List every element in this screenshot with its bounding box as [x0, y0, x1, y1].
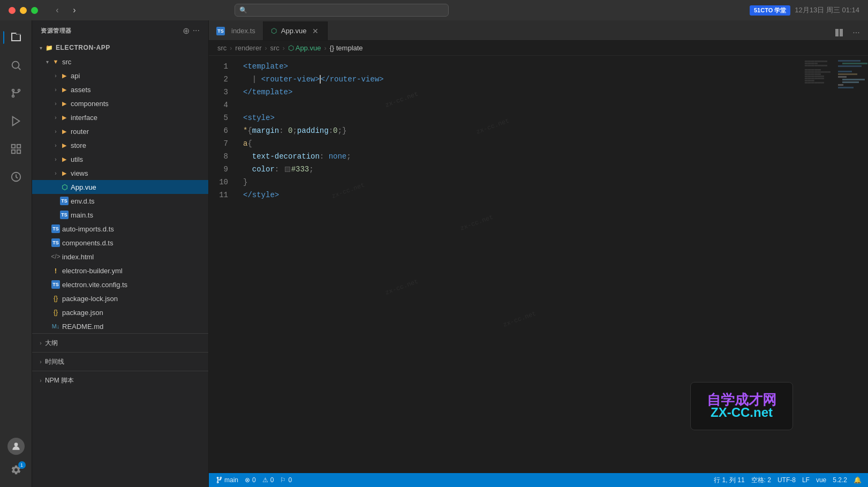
tree-label-interface: interface	[71, 114, 97, 122]
line-ending[interactable]: LF	[802, 476, 810, 484]
run-icon	[9, 114, 24, 129]
code-line-9: color: #333;	[243, 163, 836, 176]
tree-item-package-json[interactable]: {} package.json	[32, 305, 208, 319]
search-bar[interactable]: 🔍 electron-app	[235, 4, 449, 17]
section-header-npm[interactable]: NPM 脚本	[32, 373, 208, 387]
tree-item-assets[interactable]: ▶ assets	[32, 83, 208, 96]
tab-app-vue[interactable]: ⬡ App.vue ✕	[263, 21, 328, 40]
activity-item-source-control[interactable]	[3, 80, 29, 106]
encoding[interactable]: UTF-8	[778, 476, 796, 484]
code-line-8: text-decoration: none;	[243, 150, 836, 163]
code-line-1: <template>	[243, 60, 836, 73]
tree-item-app-vue[interactable]: ⬡ App.vue	[32, 180, 208, 194]
activity-item-run[interactable]	[3, 108, 29, 134]
minimize-button[interactable]	[20, 7, 27, 14]
breadcrumb-app-vue[interactable]: ⬡ App.vue	[288, 44, 321, 52]
indentation[interactable]: 空格: 2	[751, 476, 771, 485]
folder-icon: 📁	[45, 43, 54, 52]
ts-icon-tab: TS	[216, 27, 225, 35]
notification-icon[interactable]: 🔔	[854, 476, 862, 484]
tab-label-app-vue: App.vue	[281, 27, 307, 35]
new-file-icon[interactable]: ⊕	[183, 26, 190, 36]
svg-point-4	[18, 89, 20, 92]
breadcrumb-src[interactable]: src	[217, 44, 227, 52]
activity-bottom: 1	[3, 438, 29, 483]
section-header-timeline[interactable]: 时间线	[32, 355, 208, 369]
tree-label-env-dts: env.d.ts	[71, 197, 95, 205]
status-bar: main ⊗ 0 ⚠ 0 ⚐ 0 行 1, 列 11 空格: 2 UTF-8	[209, 473, 868, 487]
error-count[interactable]: ⊗ 0	[245, 476, 256, 484]
sidebar-header: 资源管理器 ⊕ ···	[32, 20, 208, 41]
tree-item-auto-imports[interactable]: TS auto-imports.d.ts	[32, 222, 208, 236]
more-actions-button[interactable]: ···	[849, 25, 864, 40]
tree-item-components-dts[interactable]: TS components.d.ts	[32, 236, 208, 250]
tree-item-interface[interactable]: ▶ interface	[32, 110, 208, 124]
maximize-button[interactable]	[31, 7, 38, 14]
activity-item-explorer[interactable]	[3, 25, 29, 50]
outline-arrow	[36, 339, 45, 347]
tree-item-root[interactable]: 📁 ELECTRON-APP	[32, 41, 208, 55]
tree-label-components-dts: components.d.ts	[62, 239, 113, 247]
tree-item-utils[interactable]: ▶ utils	[32, 152, 208, 166]
split-editor-icon[interactable]	[832, 25, 847, 40]
warning-icon: ⚠	[262, 476, 268, 484]
section-header-outline[interactable]: 大纲	[32, 336, 208, 350]
editor-content: ▬▬▬▬▬▬▬▬▬▬▬▬▬▬▬▬▬▬▬▬▬▬▬▬▬▬▬▬▬▬▬▬▬▬▬▬▬▬▬▬…	[209, 56, 868, 473]
info-count[interactable]: ⚐ 0	[280, 476, 292, 484]
tab-index-ts[interactable]: TS index.ts	[209, 21, 263, 40]
breadcrumb-renderer[interactable]: renderer	[235, 44, 261, 52]
tree-item-package-lock[interactable]: {} package-lock.json	[32, 291, 208, 305]
settings-badge: 1	[18, 461, 26, 469]
back-button[interactable]: ‹	[51, 4, 64, 17]
avatar[interactable]	[7, 438, 25, 455]
tab-label-index-ts: index.ts	[231, 27, 255, 35]
breadcrumb: src › renderer › src › ⬡ App.vue › {} te…	[209, 41, 868, 56]
activity-item-extensions[interactable]	[3, 136, 29, 162]
activity-item-search[interactable]	[3, 53, 29, 78]
sidebar-title: 资源管理器	[41, 27, 72, 35]
tree-arrow-store	[51, 141, 60, 149]
settings-button[interactable]: 1	[3, 457, 29, 483]
tree-item-views[interactable]: ▶ views	[32, 166, 208, 180]
tree-item-store[interactable]: ▶ store	[32, 138, 208, 152]
code-area[interactable]: <template> | <router-view></router-view>…	[235, 56, 836, 473]
tree-item-components[interactable]: ▶ components	[32, 96, 208, 110]
more-actions-icon[interactable]: ···	[193, 26, 200, 36]
tree-item-api[interactable]: ▶ api	[32, 69, 208, 83]
tree-arrow-assets	[51, 85, 60, 94]
tree-item-env-dts[interactable]: TS env.d.ts	[32, 194, 208, 208]
close-button[interactable]	[9, 7, 16, 14]
tree-item-index-html[interactable]: </> index.html	[32, 250, 208, 264]
sidebar: 资源管理器 ⊕ ··· 📁 ELECTRON-APP ▼ src	[32, 20, 209, 487]
ts-icon-auto: TS	[51, 224, 60, 233]
language-mode[interactable]: vue	[816, 476, 826, 484]
tree-item-src[interactable]: ▼ src	[32, 55, 208, 69]
ts-icon-components: TS	[51, 238, 60, 247]
tree-item-electron-yml[interactable]: ! electron-builder.yml	[32, 264, 208, 278]
sidebar-actions: ⊕ ···	[183, 26, 200, 36]
tree-arrow-root	[36, 43, 45, 52]
forward-button[interactable]: ›	[68, 4, 81, 17]
cursor-position[interactable]: 行 1, 列 11	[714, 476, 744, 485]
tree-label-router: router	[71, 128, 89, 136]
status-bar-right: 行 1, 列 11 空格: 2 UTF-8 LF vue 5.2.2 🔔	[714, 476, 862, 485]
tab-close-button[interactable]: ✕	[311, 27, 320, 35]
warning-count[interactable]: ⚠ 0	[262, 476, 274, 484]
activity-bar: 1	[0, 20, 32, 487]
sidebar-section-outline: 大纲	[32, 333, 208, 352]
folder-utils-icon: ▶	[60, 155, 69, 163]
search-input[interactable]: electron-app	[251, 6, 444, 14]
breadcrumb-src2[interactable]: src	[270, 44, 279, 52]
tree-item-main-ts[interactable]: TS main.ts	[32, 208, 208, 222]
activity-item-remote[interactable]	[3, 164, 29, 190]
branch-icon	[9, 86, 24, 101]
svg-point-0	[12, 62, 19, 69]
code-line-6: *{margin: 0;padding:0;}	[243, 124, 836, 137]
breadcrumb-template[interactable]: {} template	[329, 44, 363, 52]
sidebar-section-npm: NPM 脚本	[32, 371, 208, 389]
tree-item-vite-config[interactable]: TS electron.vite.config.ts	[32, 278, 208, 291]
git-branch-status[interactable]: main	[215, 476, 238, 484]
tree-item-readme[interactable]: M↓ README.md	[32, 319, 208, 333]
tree-item-router[interactable]: ▶ router	[32, 124, 208, 138]
svg-rect-10	[11, 150, 14, 153]
